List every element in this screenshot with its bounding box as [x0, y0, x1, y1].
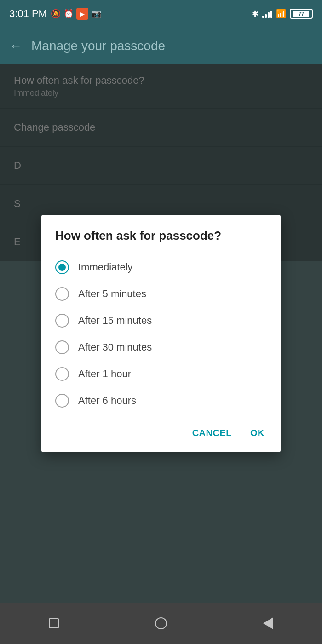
- back-icon: [263, 617, 273, 629]
- radio-option-6hours[interactable]: After 6 hours: [55, 387, 267, 414]
- home-button[interactable]: [150, 612, 172, 635]
- battery-level: 77: [299, 11, 304, 17]
- ok-button[interactable]: OK: [248, 423, 267, 443]
- radio-circle-30min: [55, 340, 69, 354]
- radio-label-30min: After 30 minutes: [78, 341, 152, 353]
- radio-label-6hours: After 6 hours: [78, 395, 136, 407]
- status-bar: 3:01 PM 🔕 ⏰ ▶ 📷 ✱ 📶 77: [0, 0, 322, 28]
- home-icon: [155, 617, 167, 629]
- radio-label-15min: After 15 minutes: [78, 315, 152, 327]
- radio-option-15min[interactable]: After 15 minutes: [55, 307, 267, 334]
- radio-label-5min: After 5 minutes: [78, 288, 146, 300]
- back-button[interactable]: ←: [9, 39, 22, 53]
- camera-icon: 📷: [91, 9, 101, 19]
- radio-option-5min[interactable]: After 5 minutes: [55, 281, 267, 307]
- radio-option-immediately[interactable]: Immediately: [55, 254, 267, 281]
- dialog-actions: CANCEL OK: [55, 423, 267, 443]
- status-icons: 🔕 ⏰ ▶ 📷: [51, 8, 101, 20]
- radio-label-immediately: Immediately: [78, 261, 133, 273]
- radio-inner-immediately: [58, 264, 66, 271]
- wifi-icon: 📶: [276, 9, 286, 19]
- bottom-nav: [0, 603, 322, 644]
- alarm-icon: ⏰: [63, 9, 74, 19]
- status-time: 3:01 PM: [9, 8, 47, 20]
- radio-circle-6hours: [55, 394, 69, 408]
- passcode-frequency-dialog: How often ask for passcode? Immediately …: [41, 215, 281, 452]
- bluetooth-icon: ✱: [252, 9, 259, 19]
- app-bar: ← Manage your passcode: [0, 28, 322, 64]
- bg-content: How often ask for passcode? Immediately …: [0, 64, 322, 603]
- notification-off-icon: 🔕: [51, 9, 61, 19]
- radio-option-30min[interactable]: After 30 minutes: [55, 334, 267, 361]
- phone-frame: 3:01 PM 🔕 ⏰ ▶ 📷 ✱ 📶 77: [0, 0, 322, 644]
- dialog-overlay: How often ask for passcode? Immediately …: [0, 64, 322, 603]
- radio-circle-15min: [55, 314, 69, 328]
- dialog-title: How often ask for passcode?: [55, 229, 267, 243]
- radio-circle-1hour: [55, 367, 69, 381]
- recent-apps-button[interactable]: [42, 612, 65, 635]
- radio-option-1hour[interactable]: After 1 hour: [55, 361, 267, 387]
- app-icon-orange: ▶: [76, 8, 88, 20]
- back-nav-button[interactable]: [257, 612, 280, 635]
- status-right: ✱ 📶 77: [252, 9, 313, 19]
- app-bar-title: Manage your passcode: [31, 39, 165, 53]
- signal-bars: [262, 10, 272, 18]
- radio-label-1hour: After 1 hour: [78, 368, 131, 380]
- radio-circle-5min: [55, 287, 69, 301]
- cancel-button[interactable]: CANCEL: [190, 423, 234, 443]
- radio-circle-immediately: [55, 260, 69, 274]
- status-left: 3:01 PM 🔕 ⏰ ▶ 📷: [9, 8, 101, 20]
- recent-apps-icon: [49, 618, 59, 628]
